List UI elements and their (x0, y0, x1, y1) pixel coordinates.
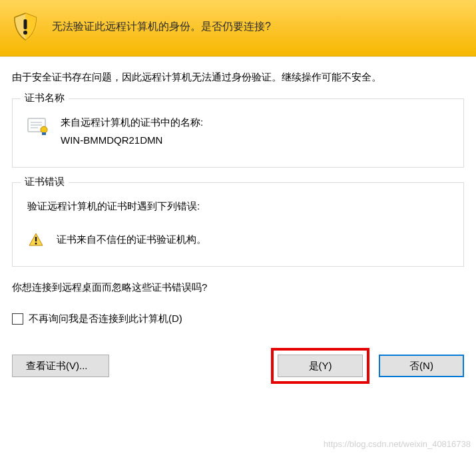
no-button[interactable]: 否(N) (379, 355, 464, 377)
cert-name-label: 来自远程计算机的证书中的名称: (61, 116, 203, 129)
cert-errors-group: 证书错误 验证远程计算机的证书时遇到下列错误: 证书来自不信任的证书验证机构。 (12, 182, 464, 267)
svg-rect-0 (24, 19, 27, 29)
cert-name-legend: 证书名称 (21, 92, 69, 104)
warning-text: 由于安全证书存在问题，因此远程计算机无法通过身份验证。继续操作可能不安全。 (12, 71, 464, 84)
confirm-question: 你想连接到远程桌面而忽略这些证书错误吗? (12, 281, 464, 294)
certificate-icon (27, 116, 49, 135)
svg-point-1 (23, 31, 27, 35)
watermark: https://blog.csdn.net/weixin_40816738 (324, 439, 471, 449)
cert-name-group: 证书名称 来自远程计算机的证书中的名称: WIN-BMMDQR21DMN (12, 98, 464, 168)
header-band: 无法验证此远程计算机的身份。是否仍要连接? (0, 0, 476, 57)
button-row: 查看证书(V)... 是(Y) 否(N) (12, 348, 464, 384)
yes-button[interactable]: 是(Y) (278, 355, 363, 377)
cert-errors-intro: 验证远程计算机的证书时遇到下列错误: (27, 200, 451, 213)
svg-rect-7 (35, 237, 37, 241)
view-certificate-button[interactable]: 查看证书(V)... (12, 355, 109, 377)
dont-ask-label: 不再询问我是否连接到此计算机(D) (29, 313, 182, 325)
dialog-body: 由于安全证书存在问题，因此远程计算机无法通过身份验证。继续操作可能不安全。 证书… (0, 57, 476, 396)
cert-errors-legend: 证书错误 (21, 176, 69, 188)
dont-ask-checkbox[interactable] (12, 313, 23, 325)
header-title: 无法验证此远程计算机的身份。是否仍要连接? (52, 20, 271, 34)
warning-triangle-icon (29, 233, 43, 246)
shield-warning-icon (11, 12, 40, 41)
cert-error-text: 证书来自不信任的证书验证机构。 (57, 233, 206, 246)
dont-ask-checkbox-row[interactable]: 不再询问我是否连接到此计算机(D) (12, 313, 464, 325)
yes-button-highlight: 是(Y) (271, 348, 369, 384)
svg-point-6 (41, 126, 47, 133)
svg-point-8 (35, 243, 37, 245)
cert-name-value: WIN-BMMDQR21DMN (61, 134, 203, 146)
cert-error-item: 证书来自不信任的证书验证机构。 (25, 230, 451, 249)
